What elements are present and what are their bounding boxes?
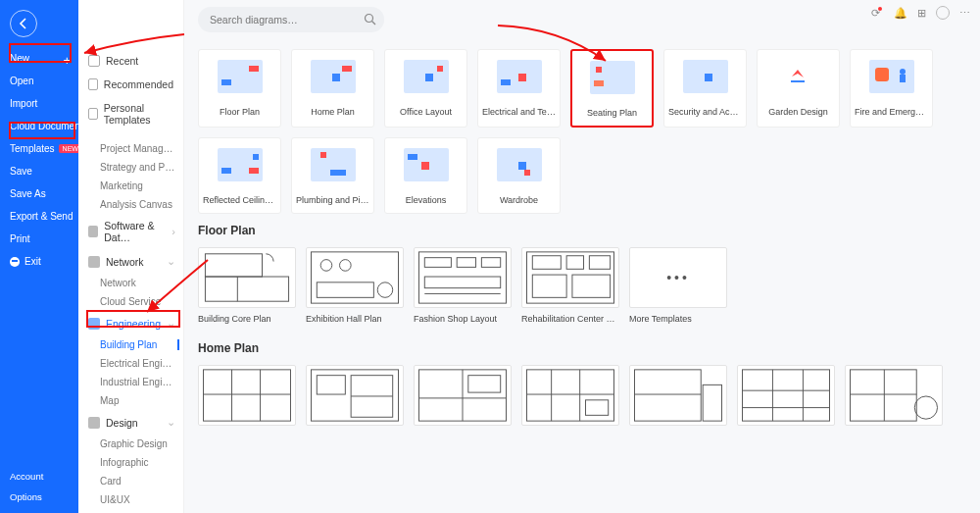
sidebar-personal-templates[interactable]: Personal Templates <box>78 96 183 131</box>
bell-icon[interactable]: 🔔 <box>894 7 907 20</box>
menu-cloud-documents[interactable]: Cloud Documents <box>0 115 78 137</box>
sidebar-sub-electrical-engineering[interactable]: Electrical Engineering <box>78 354 183 373</box>
svg-point-8 <box>320 260 332 272</box>
menu-export-send[interactable]: Export & Send <box>0 205 78 228</box>
menu-import[interactable]: Import <box>0 92 78 115</box>
svg-rect-44 <box>742 370 829 421</box>
tile-label: Fire and Emergency Pl… <box>855 107 928 117</box>
grid-icon[interactable]: ⊞ <box>917 7 926 20</box>
svg-rect-24 <box>203 370 290 421</box>
template-exhibition-hall[interactable]: Exhibition Hall Plan <box>306 247 404 324</box>
menu-print[interactable]: Print <box>0 228 78 250</box>
back-button[interactable] <box>10 10 37 37</box>
template-home-4[interactable] <box>521 365 619 432</box>
sidebar-sub-map[interactable]: Map <box>78 391 183 410</box>
search-icon <box>364 13 376 27</box>
sidebar-group-software[interactable]: Software & Dat…› <box>78 214 183 249</box>
sidebar-recommended[interactable]: Recommended <box>78 73 183 96</box>
tile-seating-plan[interactable]: Seating Plan <box>570 49 654 128</box>
menu-templates-label: Templates <box>10 143 55 154</box>
more-dots-icon: ••• <box>666 270 690 285</box>
tile-office-layout[interactable]: Office Layout <box>384 49 467 128</box>
menu-save[interactable]: Save <box>0 160 78 182</box>
tile-label: Elevations <box>406 195 447 205</box>
svg-rect-18 <box>526 252 613 303</box>
template-home-3[interactable] <box>414 365 512 432</box>
menu-new[interactable]: New+ <box>0 47 78 70</box>
template-home-1[interactable] <box>198 365 296 432</box>
template-building-core[interactable]: Building Core Plan <box>198 247 296 324</box>
sidebar-recent[interactable]: Recent <box>78 49 183 73</box>
more-icon[interactable]: ⋯ <box>959 7 970 20</box>
sidebar-sub-industrial-engineering[interactable]: Industrial Engineeri… <box>78 373 183 391</box>
search-box[interactable] <box>198 7 384 32</box>
sidebar-sub-project-management[interactable]: Project Management <box>78 139 183 158</box>
tile-label: Electrical and Telecom… <box>482 107 556 117</box>
tile-plumbing-piping[interactable]: Plumbing and Piping … <box>291 137 374 214</box>
menu-options[interactable]: Options <box>0 487 78 507</box>
tile-label: Reflected Ceiling Plan <box>203 195 276 205</box>
menu-account[interactable]: Account <box>0 466 78 487</box>
tile-security-access[interactable]: Security and Access Pl… <box>663 49 747 128</box>
sidebar-sub-card[interactable]: Card <box>78 472 183 490</box>
template-label: Fashion Shop Layout <box>414 314 512 324</box>
svg-rect-41 <box>634 370 701 421</box>
template-home-6[interactable] <box>737 365 835 432</box>
sidebar-group-design[interactable]: Design⌄ <box>78 410 183 435</box>
network-icon <box>88 256 100 268</box>
svg-rect-21 <box>589 256 610 270</box>
tile-label: Floor Plan <box>220 107 260 117</box>
sidebar-group-network-label: Network <box>106 256 144 268</box>
sidebar-group-education[interactable]: Education⌄ <box>78 509 183 513</box>
tile-floor-plan[interactable]: Floor Plan <box>198 49 281 128</box>
sidebar-sub-strategy[interactable]: Strategy and Planni… <box>78 158 183 177</box>
tile-reflected-ceiling[interactable]: Reflected Ceiling Plan <box>198 137 281 214</box>
tile-garden-design[interactable]: Garden Design <box>757 49 840 128</box>
topbar <box>184 0 980 39</box>
svg-rect-5 <box>205 277 288 301</box>
template-rehabilitation-center[interactable]: Rehabilitation Center Floor Pl… <box>521 247 619 324</box>
sidebar-sub-cloud-service[interactable]: Cloud Service <box>78 292 183 311</box>
content-scroll[interactable]: Floor Plan Home Plan Office Layout Elect… <box>184 39 980 513</box>
main-area: ⟳ 🔔 ⊞ ⋯ Floor Plan Home Plan Office Layo… <box>184 0 980 513</box>
template-more-floor-plan[interactable]: •••More Templates <box>629 247 727 324</box>
recent-icon <box>88 55 100 67</box>
tile-label: Wardrobe <box>500 195 538 205</box>
personal-templates-icon <box>88 108 98 120</box>
tile-wardrobe[interactable]: Wardrobe <box>477 137 561 214</box>
section-title-home-plan: Home Plan <box>198 341 980 355</box>
sidebar-sub-network[interactable]: Network <box>78 274 183 292</box>
tile-electrical-telecom[interactable]: Electrical and Telecom… <box>477 49 561 128</box>
menu-exit[interactable]: Exit <box>0 250 78 273</box>
svg-point-2 <box>900 69 906 75</box>
search-input[interactable] <box>210 14 357 26</box>
svg-rect-22 <box>532 275 566 297</box>
sidebar-group-engineering[interactable]: Engineering⌄ <box>78 311 183 335</box>
template-fashion-shop[interactable]: Fashion Shop Layout <box>414 247 512 324</box>
menu-save-as[interactable]: Save As <box>0 182 78 205</box>
sidebar-sub-building-plan[interactable]: Building Plan <box>78 335 183 354</box>
template-row-home-plan <box>198 365 980 432</box>
tile-elevations[interactable]: Elevations <box>384 137 467 214</box>
tile-label: Seating Plan <box>587 108 637 118</box>
svg-point-11 <box>377 282 392 297</box>
menu-templates[interactable]: TemplatesNEW <box>0 137 78 160</box>
template-home-2[interactable] <box>306 365 404 432</box>
software-icon <box>88 226 98 237</box>
user-icon[interactable] <box>936 6 950 20</box>
svg-rect-19 <box>532 256 561 270</box>
template-home-7[interactable] <box>845 365 943 432</box>
sidebar-sub-graphic-design[interactable]: Graphic Design <box>78 435 183 453</box>
sidebar-sub-analysis-canvas[interactable]: Analysis Canvas <box>78 195 183 214</box>
sidebar-sub-infographic[interactable]: Infographic <box>78 453 183 472</box>
svg-rect-35 <box>468 376 501 392</box>
diagram-type-row-2: Reflected Ceiling Plan Plumbing and Pipi… <box>198 137 980 214</box>
template-home-5[interactable] <box>629 365 727 432</box>
sidebar-sub-marketing[interactable]: Marketing <box>78 177 183 195</box>
sidebar-sub-uiux[interactable]: UI&UX <box>78 490 183 509</box>
tile-fire-emergency[interactable]: Fire and Emergency Pl… <box>850 49 933 128</box>
sidebar-group-network[interactable]: Network⌄ <box>78 249 183 274</box>
cloud-sync-icon[interactable]: ⟳ <box>871 7 884 20</box>
tile-home-plan[interactable]: Home Plan <box>291 49 374 128</box>
menu-open[interactable]: Open <box>0 70 78 92</box>
